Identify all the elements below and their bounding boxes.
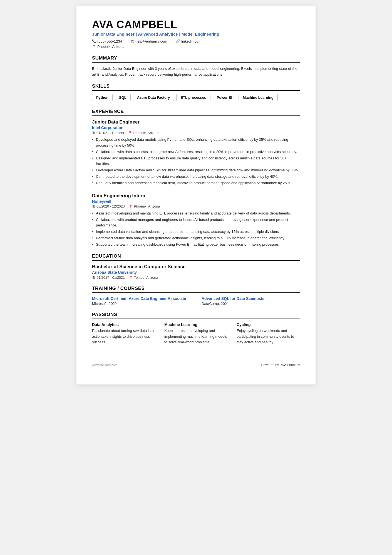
edu-location-item: 📍 Tempe, Arizona [129,275,158,280]
header: AVA CAMPBELL Junior Data Engineer | Adva… [92,19,300,49]
job-entry: Data Engineering InternHoneywell🗓 06/202… [92,193,300,248]
bullet-item: Assisted in developing and maintaining E… [92,211,300,216]
candidate-title: Junior Data Engineer | Advanced Analytic… [92,32,300,36]
experience-section: EXPERIENCE Junior Data EngineerIntel Cor… [92,109,300,247]
job-location: 📍 Phoenix, Arizona [128,204,160,209]
passions-grid: Data AnalyticsPassionate about turning r… [92,322,300,345]
summary-title: SUMMARY [92,55,300,63]
training-title: Advanced SQL for Data Scientists [202,296,300,301]
footer: www.enhancv.com Powered by ∞✓ Enhancv [92,359,300,368]
bullet-item: Regularly identified and addressed techn… [92,180,300,186]
candidate-name: AVA CAMPBELL [92,19,300,31]
email-address: help@enhancv.com [135,39,167,43]
calendar-icon: 🗓 [92,204,96,208]
education-title: EDUCATION [92,253,300,261]
edu-dates: 01/2017 - 01/2021 [96,276,125,280]
job-dates: 🗓 01/2021 - Present [92,131,124,135]
bullet-item: Developed and deployed data models using… [92,137,300,148]
bullet-item: Leveraged Azure Data Factory and SSIS fo… [92,167,300,173]
edu-school: Arizona State University [92,270,300,275]
location-text: Phoenix, Arizona [97,45,125,49]
job-bullets: Assisted in developing and maintaining E… [92,211,300,248]
bullet-item: Implemented data validation and cleansin… [92,229,300,235]
passions-title: PASSIONS [92,312,300,319]
edu-dates-item: 🗓 01/2017 - 01/2021 [92,276,125,280]
brand-name: Enhancv [287,363,300,367]
linkedin-item: 🔗 linkedin.com [176,39,201,43]
education-section: EDUCATION Bachelor of Science in Compute… [92,253,300,280]
training-item: Microsoft Certified: Azure Data Engineer… [92,296,190,306]
bullet-item: Performed ad-hoc data analysis and gener… [92,235,300,241]
experience-title: EXPERIENCE [92,109,300,116]
enhancv-logo: ∞✓ Enhancv [281,362,300,368]
location-icon: 📍 [128,204,133,209]
skill-badge: Power BI [213,94,237,101]
phone-number: (555) 555-1234 [97,39,122,43]
company-name: Honeywell [92,199,300,204]
skill-badge: Python [92,94,113,101]
job-title: Data Engineering Intern [92,193,300,199]
edu-degree: Bachelor of Science in Computer Science [92,264,300,270]
powered-by-text: Powered by [261,363,279,367]
training-org: DataCamp, 2021 [202,302,300,306]
bullet-item: Designed and implemented ETL processes t… [92,156,300,167]
skill-badge: ETL processes [176,94,210,101]
skill-badge: SQL [115,94,131,101]
passions-section: PASSIONS Data AnalyticsPassionate about … [92,312,300,345]
edu-location-icon: 📍 [129,276,133,280]
training-section: TRAINING / COURSES Microsoft Certified: … [92,286,300,306]
training-grid: Microsoft Certified: Azure Data Engineer… [92,296,300,306]
skills-section: SKILLS PythonSQLAzure Data FactoryETL pr… [92,83,300,103]
email-item: @ help@enhancv.com [131,39,167,43]
passion-desc: Enjoy cycling on weekends and participat… [237,328,300,345]
link-icon: 🔗 [176,39,180,43]
location-icon: 📍 [92,45,96,48]
skill-badge: Machine Learning [239,94,278,101]
linkedin-url: linkedin.com [181,39,201,43]
job-entry: Junior Data EngineerIntel Corporation🗓 0… [92,119,300,186]
calendar-icon: 🗓 [92,276,96,280]
passion-title: Cycling [237,322,300,327]
training-item: Advanced SQL for Data ScientistsDataCamp… [202,296,300,306]
skill-badge: Azure Data Factory [133,94,174,101]
bullet-item: Collaborated with product managers and e… [92,217,300,228]
passion-desc: Keen interest in developing and implemen… [164,328,228,345]
location-item: 📍 Phoenix, Arizona [92,45,125,49]
bullet-item: Supported the team in creating dashboard… [92,242,300,247]
passion-title: Machine Learning [164,322,228,327]
job-title: Junior Data Engineer [92,119,300,125]
passion-item: Data AnalyticsPassionate about turning r… [92,322,155,345]
edu-location: Tempe, Arizona [134,276,158,280]
footer-brand: Powered by ∞✓ Enhancv [261,362,300,368]
job-dates: 🗓 06/2020 - 12/2020 [92,204,125,208]
location-row: 📍 Phoenix, Arizona [92,45,300,49]
job-meta: 🗓 01/2021 - Present📍 Phoenix, Arizona [92,131,300,135]
contact-row: 📞 (555) 555-1234 @ help@enhancv.com 🔗 li… [92,39,300,44]
training-org: Microsoft, 2022 [92,302,190,306]
summary-text: Enthusiastic Junior Data Engineer with 3… [92,66,300,78]
edu-meta: 🗓 01/2017 - 01/2021 📍 Tempe, Arizona [92,275,300,280]
bullet-item: Contributed to the development of a new … [92,174,300,179]
email-icon: @ [131,39,134,43]
company-name: Intel Corporation [92,125,300,130]
training-title: TRAINING / COURSES [92,286,300,293]
job-bullets: Developed and deployed data models using… [92,137,300,186]
logo-icon: ∞✓ [281,362,286,368]
location-icon: 📍 [128,131,132,135]
bullet-item: Collaborated with data scientists to int… [92,149,300,155]
footer-website: www.enhancv.com [92,363,117,367]
summary-section: SUMMARY Enthusiastic Junior Data Enginee… [92,55,300,78]
passion-item: Machine LearningKeen interest in develop… [164,322,228,345]
phone-icon: 📞 [92,39,96,43]
passion-item: CyclingEnjoy cycling on weekends and par… [237,322,300,345]
skills-row: PythonSQLAzure Data FactoryETL processes… [92,94,300,103]
job-location: 📍 Phoenix, Arizona [128,131,159,135]
calendar-icon: 🗓 [92,131,96,135]
skills-title: SKILLS [92,83,300,91]
job-meta: 🗓 06/2020 - 12/2020📍 Phoenix, Arizona [92,204,300,209]
training-title: Microsoft Certified: Azure Data Engineer… [92,296,190,301]
phone-item: 📞 (555) 555-1234 [92,39,122,43]
passion-title: Data Analytics [92,322,155,327]
resume-page: AVA CAMPBELL Junior Data Engineer | Adva… [76,6,316,384]
passion-desc: Passionate about turning raw data into a… [92,328,155,345]
